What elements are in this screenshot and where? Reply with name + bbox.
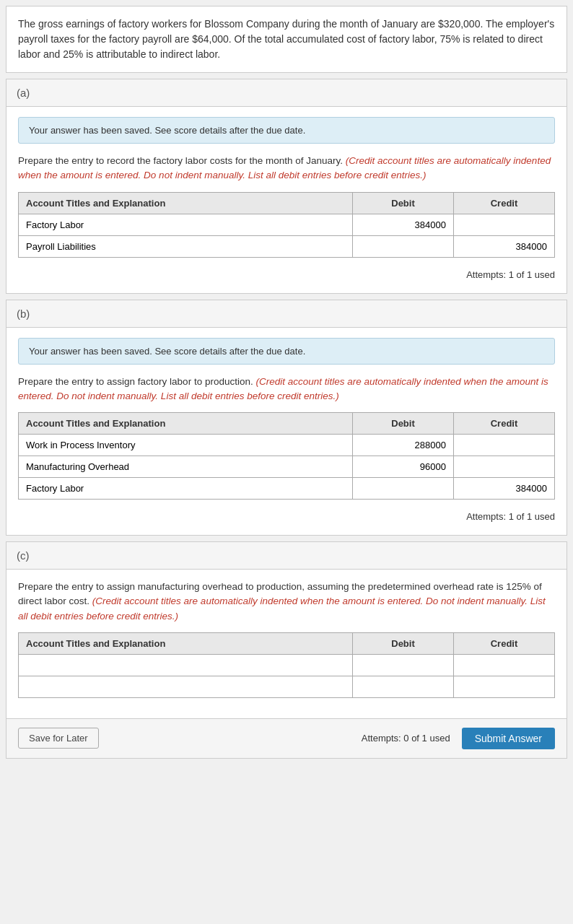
col-header-debit: Debit <box>353 192 454 214</box>
section-a-header: (a) <box>6 79 567 107</box>
section-a: (a) Your answer has been saved. See scor… <box>6 79 567 294</box>
account-input-b1[interactable] <box>23 437 348 453</box>
section-a-attempts: Attempts: 1 of 1 used <box>18 265 555 283</box>
account-input-b3[interactable] <box>23 481 348 496</box>
credit-input-b3[interactable] <box>458 481 550 496</box>
credit-input-b1[interactable] <box>458 437 550 453</box>
section-c: (c) Prepare the entry to assign manufact… <box>6 541 567 759</box>
credit-input-c2[interactable] <box>458 679 550 694</box>
debit-input-c2[interactable] <box>357 679 449 694</box>
table-row <box>19 235 555 257</box>
table-row <box>19 654 555 676</box>
debit-input-b3[interactable] <box>357 481 449 496</box>
col-header-credit-b: Credit <box>454 413 555 435</box>
save-later-button[interactable]: Save for Later <box>18 728 99 749</box>
section-b-saved-notice: Your answer has been saved. See score de… <box>18 338 555 365</box>
submit-answer-button[interactable]: Submit Answer <box>462 728 555 749</box>
credit-input-a1[interactable] <box>458 217 550 232</box>
section-c-instruction: Prepare the entry to assign manufacturin… <box>18 580 555 624</box>
section-c-body: Prepare the entry to assign manufacturin… <box>6 570 567 715</box>
col-header-debit-b: Debit <box>353 413 454 435</box>
section-b-instruction: Prepare the entry to assign factory labo… <box>18 375 555 404</box>
section-a-body: Your answer has been saved. See score de… <box>6 107 567 293</box>
section-b-body: Your answer has been saved. See score de… <box>6 328 567 536</box>
section-c-attempts: Attempts: 0 of 1 used <box>362 733 450 744</box>
account-input-a2[interactable] <box>23 239 348 254</box>
col-header-credit: Credit <box>454 192 555 214</box>
section-b-attempts: Attempts: 1 of 1 used <box>18 507 555 525</box>
credit-input-a2[interactable] <box>458 239 550 254</box>
table-row <box>19 214 555 235</box>
col-header-debit-c: Debit <box>353 632 454 654</box>
section-b-table: Account Titles and Explanation Debit Cre… <box>18 412 555 500</box>
section-c-table: Account Titles and Explanation Debit Cre… <box>18 632 555 698</box>
debit-input-c1[interactable] <box>357 658 449 673</box>
debit-input-a2[interactable] <box>357 239 449 254</box>
section-b-header: (b) <box>6 300 567 328</box>
section-c-footer: Save for Later Attempts: 0 of 1 used Sub… <box>6 718 567 758</box>
col-header-credit-c: Credit <box>454 632 555 654</box>
credit-input-b2[interactable] <box>458 459 550 474</box>
account-input-b2[interactable] <box>23 459 348 474</box>
table-row <box>19 478 555 500</box>
section-b: (b) Your answer has been saved. See scor… <box>6 300 567 536</box>
problem-text: The gross earnings of factory workers fo… <box>18 18 554 60</box>
account-input-a1[interactable] <box>23 217 348 232</box>
section-c-header: (c) <box>6 542 567 570</box>
table-row <box>19 435 555 456</box>
section-a-saved-notice: Your answer has been saved. See score de… <box>18 117 555 144</box>
section-a-label: (a) <box>17 87 30 99</box>
debit-input-b2[interactable] <box>357 459 449 474</box>
credit-input-c1[interactable] <box>458 658 550 673</box>
section-b-label: (b) <box>17 308 30 320</box>
debit-input-a1[interactable] <box>357 217 449 232</box>
section-c-label: (c) <box>17 549 30 562</box>
col-header-account-c: Account Titles and Explanation <box>19 632 353 654</box>
table-row <box>19 456 555 478</box>
table-row <box>19 676 555 697</box>
account-input-c1[interactable] <box>23 658 348 673</box>
section-a-table: Account Titles and Explanation Debit Cre… <box>18 192 555 258</box>
section-a-instruction: Prepare the entry to record the factory … <box>18 154 555 183</box>
debit-input-b1[interactable] <box>357 437 449 453</box>
problem-statement: The gross earnings of factory workers fo… <box>6 6 567 73</box>
account-input-c2[interactable] <box>23 679 348 694</box>
col-header-account-b: Account Titles and Explanation <box>19 413 353 435</box>
col-header-account: Account Titles and Explanation <box>19 192 353 214</box>
